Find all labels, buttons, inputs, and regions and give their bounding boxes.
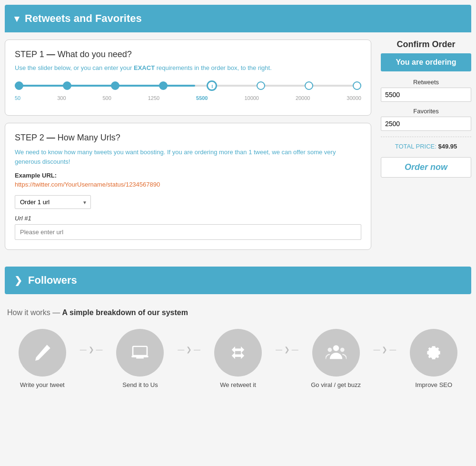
- retweets-section-title: Retweets and Favorites: [25, 12, 142, 25]
- gear-icon: [423, 342, 444, 363]
- total-price-label: TOTAL PRICE:: [395, 143, 436, 150]
- slider-label-10000: 10000: [244, 95, 259, 101]
- flow-label-retweet: We retweet it: [220, 381, 256, 388]
- step2-description: We need to know how many tweets you want…: [15, 148, 361, 166]
- slider-dot-3[interactable]: [111, 81, 119, 90]
- step1-subtitle: Use the slider below, or you can enter y…: [15, 64, 361, 71]
- slider-dot-8[interactable]: [353, 81, 361, 90]
- flow-step-viral: Go viral / get buzz: [301, 329, 371, 388]
- section-body: STEP 1 — What do you need? Use the slide…: [5, 32, 471, 257]
- retweets-section-header[interactable]: ▾ Retweets and Favorites: [5, 5, 471, 32]
- svg-rect-2: [137, 357, 144, 359]
- flow-circle-write: [19, 329, 66, 377]
- laptop-icon: [129, 342, 150, 363]
- slider-labels: 50 300 500 1250 5500 10000 20000 30000: [15, 95, 361, 101]
- you-are-ordering-banner: You are ordering: [381, 53, 471, 71]
- url-count-select[interactable]: Order 1 url Order 2 urls Order 3 urls Or…: [15, 195, 91, 209]
- slider-dot-5-active[interactable]: [207, 80, 217, 91]
- flow-step-write: Write your tweet: [7, 329, 78, 388]
- flow-arrow-1: — ❯ —: [80, 329, 103, 353]
- retweets-field: Retweets: [381, 79, 471, 102]
- slider-container[interactable]: 50 300 500 1250 5500 10000 20000 30000: [15, 79, 361, 101]
- example-url: https://twitter.com/YourUsername/status/…: [15, 181, 361, 188]
- flow-arrow-2: — ❯ —: [178, 329, 200, 353]
- favorites-field: Favorites: [381, 108, 471, 131]
- slider-dot-7[interactable]: [305, 81, 313, 90]
- url-count-select-wrapper[interactable]: Order 1 url Order 2 urls Order 3 urls Or…: [15, 195, 91, 209]
- step1-box: STEP 1 — What do you need? Use the slide…: [5, 40, 371, 116]
- svg-point-4: [327, 347, 332, 352]
- slider-dot-2[interactable]: [63, 81, 71, 90]
- favorites-label: Favorites: [381, 108, 471, 115]
- slider-label-5500: 5500: [196, 95, 208, 101]
- total-price-value: $49.95: [438, 143, 457, 150]
- slider-label-1250: 1250: [148, 95, 159, 101]
- slider-label-500: 500: [102, 95, 111, 101]
- svg-rect-1: [132, 356, 149, 357]
- slider-dots: [15, 80, 361, 91]
- svg-point-5: [340, 347, 344, 352]
- step2-box: STEP 2 — How Many Urls? We need to know …: [5, 123, 371, 250]
- flow-step-retweet: We retweet it: [203, 329, 273, 388]
- slider-dot-6[interactable]: [257, 81, 265, 90]
- order-now-button[interactable]: Order now: [381, 157, 471, 178]
- slider-label-300: 300: [57, 95, 66, 101]
- svg-rect-0: [133, 347, 147, 356]
- svg-point-3: [333, 345, 338, 351]
- example-label: Example URL:: [15, 172, 361, 179]
- slider-label-30000: 30000: [347, 95, 361, 101]
- steps-container: STEP 1 — What do you need? Use the slide…: [5, 40, 371, 250]
- retweets-label: Retweets: [381, 79, 471, 86]
- how-it-works-title: How it works — A simple breakdown of our…: [7, 308, 469, 317]
- chevron-right-icon: ❯: [14, 275, 22, 286]
- url-input[interactable]: [15, 224, 361, 240]
- people-icon: [326, 342, 347, 363]
- confirm-order-title: Confirm Order: [381, 40, 471, 50]
- step1-title: STEP 1 — What do you need?: [15, 50, 361, 59]
- total-price-text: TOTAL PRICE: $49.95: [381, 143, 471, 150]
- flow-label-write: Write your tweet: [20, 381, 65, 388]
- flow-arrow-4: — ❯ —: [373, 329, 396, 353]
- flow-circle-seo: [410, 329, 457, 377]
- url-label: Url #1: [15, 215, 361, 222]
- followers-section-header[interactable]: ❯ Followers: [5, 267, 471, 294]
- flow-step-seo: Improve SEO: [398, 329, 469, 388]
- flow-circle-viral: [312, 329, 360, 377]
- how-it-works-section: How it works — A simple breakdown of our…: [5, 308, 471, 388]
- step2-title: STEP 2 — How Many Urls?: [15, 133, 361, 143]
- slider-label-20000: 20000: [296, 95, 310, 101]
- flow-circle-send: [116, 329, 164, 377]
- flow-label-seo: Improve SEO: [415, 381, 452, 388]
- followers-section-title: Followers: [28, 274, 77, 287]
- steps-flow: Write your tweet — ❯ — Send it to Us — ❯…: [7, 329, 469, 388]
- flow-circle-retweet: [214, 329, 262, 377]
- pencil-icon: [32, 342, 53, 363]
- slider-dot-1[interactable]: [15, 81, 23, 90]
- chevron-down-icon: ▾: [14, 13, 19, 24]
- favorites-input[interactable]: [381, 117, 471, 131]
- flow-label-send: Send it to Us: [122, 381, 158, 388]
- flow-label-viral: Go viral / get buzz: [311, 381, 361, 388]
- slider-label-50: 50: [15, 95, 20, 101]
- flow-step-send: Send it to Us: [105, 329, 176, 388]
- confirm-order-panel: Confirm Order You are ordering Retweets …: [381, 40, 471, 250]
- retweet-icon: [228, 342, 248, 363]
- total-price-section: TOTAL PRICE: $49.95: [381, 137, 471, 150]
- slider-dot-4[interactable]: [159, 81, 168, 90]
- slider-track: [15, 79, 361, 93]
- retweets-input[interactable]: [381, 88, 471, 102]
- flow-arrow-3: — ❯ —: [276, 329, 298, 353]
